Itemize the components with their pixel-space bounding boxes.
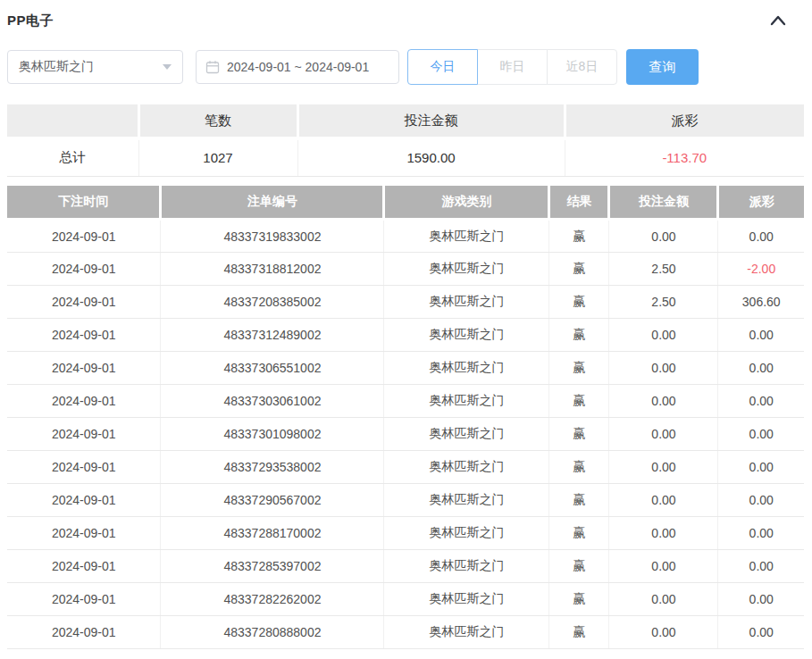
table-cell: 48337301098002: [161, 418, 384, 451]
filter-bar: 奥林匹斯之门 2024-09-01 ~ 2024-09-01 今日 昨日 近8日…: [7, 49, 805, 85]
table-cell: 48337319833002: [161, 220, 384, 253]
table-row: 2024-09-0148337301098002奥林匹斯之门赢0.000.00: [7, 418, 804, 451]
calendar-icon: [205, 60, 220, 74]
table-cell: 48337282262002: [161, 583, 384, 616]
table-cell: 奥林匹斯之门: [384, 517, 549, 550]
table-cell: 奥林匹斯之门: [384, 385, 549, 418]
table-cell: 2024-09-01: [7, 352, 161, 385]
summary-table: 笔数 投注金额 派彩 总计 1027 1590.00 -113.70: [7, 104, 804, 177]
table-row: 2024-09-0148337293538002奥林匹斯之门赢0.000.00: [7, 451, 804, 484]
table-cell: 0.00: [609, 451, 718, 484]
table-cell: 奥林匹斯之门: [384, 319, 549, 352]
chevron-down-icon: [163, 64, 172, 70]
table-cell: 2024-09-01: [7, 220, 161, 253]
table-cell: 奥林匹斯之门: [384, 451, 549, 484]
table-cell: 2024-09-01: [7, 253, 161, 286]
table-cell: 2024-09-01: [7, 319, 161, 352]
table-row: 2024-09-0148337282262002奥林匹斯之门赢0.000.00: [7, 583, 804, 616]
table-cell: 0.00: [609, 418, 718, 451]
last-8-days-button[interactable]: 近8日: [547, 49, 617, 85]
table-cell: 0.00: [718, 418, 804, 451]
table-cell: 赢: [549, 286, 609, 319]
summary-header-blank: [7, 104, 138, 138]
detail-table-body: 2024-09-0148337319833002奥林匹斯之门赢0.000.002…: [7, 220, 804, 649]
date-range-value: 2024-09-01 ~ 2024-09-01: [227, 60, 369, 74]
table-cell: -2.00: [718, 253, 804, 286]
table-cell: 0.00: [718, 352, 804, 385]
table-cell: 0.00: [609, 583, 718, 616]
table-cell: 2024-09-01: [7, 517, 161, 550]
summary-bet-amount-value: 1590.00: [297, 138, 565, 176]
table-cell: 48337290567002: [161, 484, 384, 517]
table-cell: 0.00: [718, 220, 804, 253]
table-cell: 赢: [549, 220, 609, 253]
table-cell: 0.00: [609, 352, 718, 385]
table-row: 2024-09-0148337285397002奥林匹斯之门赢0.000.00: [7, 550, 804, 583]
table-cell: 48337280888002: [161, 616, 384, 649]
table-cell: 2024-09-01: [7, 583, 161, 616]
pp-games-panel: PP电子 奥林匹斯之门 2024-09-01 ~ 2024-09-01 今日 昨…: [0, 0, 812, 649]
table-cell: 48337288170002: [161, 517, 384, 550]
table-cell: 2024-09-01: [7, 484, 161, 517]
table-row: 2024-09-0148337208385002奥林匹斯之门赢2.50306.6…: [7, 286, 804, 319]
summary-total-row: 总计 1027 1590.00 -113.70: [7, 138, 804, 176]
column-header: 投注金额: [609, 186, 718, 220]
table-cell: 赢: [549, 550, 609, 583]
table-row: 2024-09-0148337280888002奥林匹斯之门赢0.000.00: [7, 616, 804, 649]
panel-header: PP电子: [7, 11, 805, 30]
table-cell: 0.00: [718, 616, 804, 649]
table-cell: 赢: [549, 253, 609, 286]
table-row: 2024-09-0148337290567002奥林匹斯之门赢0.000.00: [7, 484, 804, 517]
table-cell: 奥林匹斯之门: [384, 352, 549, 385]
game-select[interactable]: 奥林匹斯之门: [7, 50, 183, 84]
table-cell: 0.00: [718, 550, 804, 583]
date-range-input[interactable]: 2024-09-01 ~ 2024-09-01: [196, 50, 399, 84]
table-cell: 赢: [549, 451, 609, 484]
table-cell: 0.00: [609, 385, 718, 418]
table-cell: 奥林匹斯之门: [384, 220, 549, 253]
summary-header-payout: 派彩: [565, 104, 804, 138]
table-row: 2024-09-0148337288170002奥林匹斯之门赢0.000.00: [7, 517, 804, 550]
table-cell: 2024-09-01: [7, 451, 161, 484]
table-row: 2024-09-0148337306551002奥林匹斯之门赢0.000.00: [7, 352, 804, 385]
summary-header-bet-amount: 投注金额: [297, 104, 565, 138]
table-cell: 48337285397002: [161, 550, 384, 583]
table-cell: 赢: [549, 385, 609, 418]
page-title: PP电子: [7, 13, 54, 29]
table-cell: 奥林匹斯之门: [384, 418, 549, 451]
table-cell: 赢: [549, 583, 609, 616]
table-cell: 0.00: [718, 583, 804, 616]
table-cell: 赢: [549, 319, 609, 352]
column-header: 派彩: [718, 186, 804, 220]
table-cell: 2024-09-01: [7, 418, 161, 451]
table-cell: 0.00: [718, 319, 804, 352]
table-cell: 0.00: [718, 517, 804, 550]
detail-header-row: 下注时间注单编号游戏类别结果投注金额派彩: [7, 186, 804, 220]
summary-count-value: 1027: [138, 138, 297, 176]
table-cell: 赢: [549, 484, 609, 517]
table-cell: 0.00: [609, 484, 718, 517]
table-cell: 奥林匹斯之门: [384, 583, 549, 616]
table-cell: 2024-09-01: [7, 616, 161, 649]
table-cell: 奥林匹斯之门: [384, 616, 549, 649]
table-row: 2024-09-0148337312489002奥林匹斯之门赢0.000.00: [7, 319, 804, 352]
game-select-value: 奥林匹斯之门: [19, 59, 94, 75]
today-button[interactable]: 今日: [407, 49, 478, 85]
summary-header-count: 笔数: [138, 104, 297, 138]
table-cell: 奥林匹斯之门: [384, 286, 549, 319]
table-cell: 48337318812002: [161, 253, 384, 286]
search-button[interactable]: 查询: [626, 49, 699, 85]
summary-total-label: 总计: [7, 138, 138, 176]
column-header: 注单编号: [161, 186, 384, 220]
table-cell: 2024-09-01: [7, 385, 161, 418]
table-row: 2024-09-0148337319833002奥林匹斯之门赢0.000.00: [7, 220, 804, 253]
table-cell: 48337312489002: [161, 319, 384, 352]
table-cell: 奥林匹斯之门: [384, 253, 549, 286]
collapse-panel-button[interactable]: [766, 11, 791, 30]
table-cell: 48337208385002: [161, 286, 384, 319]
table-cell: 0.00: [609, 550, 718, 583]
table-cell: 赢: [549, 418, 609, 451]
yesterday-button[interactable]: 昨日: [477, 49, 548, 85]
table-cell: 0.00: [609, 616, 718, 649]
table-cell: 2024-09-01: [7, 286, 161, 319]
